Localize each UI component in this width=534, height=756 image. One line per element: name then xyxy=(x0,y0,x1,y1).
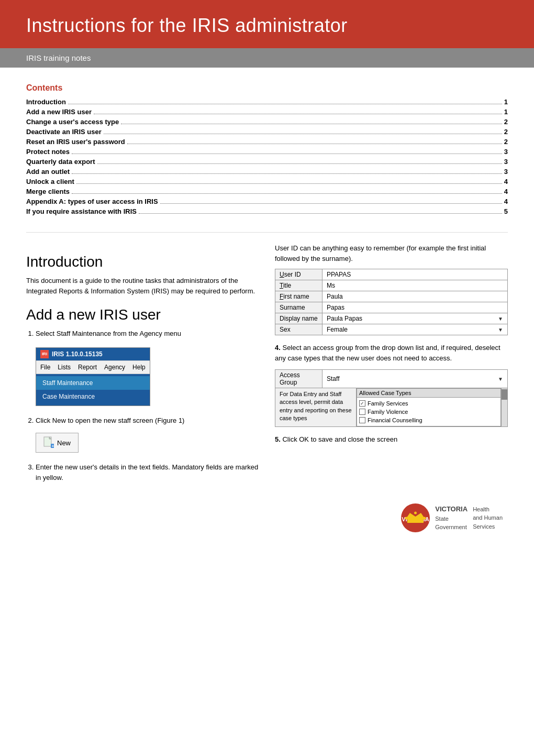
form-row-title: Title Ms xyxy=(275,280,508,291)
toc-item-introduction[interactable]: Introduction 1 xyxy=(26,97,508,107)
introduction-body: This document is a guide to the routine … xyxy=(26,276,259,296)
toc-label: Add a new IRIS user xyxy=(26,108,92,116)
access-group-dropdown-arrow[interactable]: ▼ xyxy=(498,376,503,382)
form-value-userid[interactable]: PPAPAS xyxy=(322,269,508,280)
dept-text: Healthand HumanServices xyxy=(473,505,503,531)
toc-label: Protect notes xyxy=(26,148,70,156)
toc-page: 4 xyxy=(504,188,508,195)
toc-item-change-access[interactable]: Change a user's access type 2 xyxy=(26,117,508,127)
access-group-value[interactable]: Staff ▼ xyxy=(322,370,507,388)
form-value-surname[interactable]: Papas xyxy=(322,302,508,313)
form-label-sex: Sex xyxy=(275,324,322,335)
toc-label: Appendix A: types of user access in IRIS xyxy=(26,198,158,205)
checkbox-family-violence[interactable] xyxy=(359,409,365,415)
toc-page: 1 xyxy=(504,108,508,116)
case-type-financial-counselling[interactable]: Financial Counselling xyxy=(359,416,498,424)
toc-item-unlock-client[interactable]: Unlock a client 4 xyxy=(26,177,508,187)
app-menubar: File Lists Report Agency Help xyxy=(36,360,150,374)
form-row-userid: User ID PPAPAS xyxy=(275,269,508,280)
iris-app-window: IRI IRIS 1.10.0.15135 File Lists Report … xyxy=(36,343,259,410)
step-2: Click New to open the new staff screen (… xyxy=(36,415,259,457)
two-column-layout: Introduction This document is a guide to… xyxy=(26,243,508,488)
toc-item-merge[interactable]: Merge clients 4 xyxy=(26,187,508,196)
form-row-displayname: Display name Paula Papas ▼ xyxy=(275,313,508,324)
divider xyxy=(26,232,508,233)
case-types-row: For Data Entry and Staff access level, p… xyxy=(275,388,507,426)
case-type-family-violence[interactable]: Family Violence xyxy=(359,408,498,416)
agency-dropdown: Staff Maintenance Case Maintenance xyxy=(36,374,150,406)
toc-item-add-outlet[interactable]: Add an outlet 3 xyxy=(26,167,508,177)
toc-page: 3 xyxy=(504,168,508,176)
menu-lists[interactable]: Lists xyxy=(58,363,71,372)
toc-label: Change a user's access type xyxy=(26,118,119,126)
main-content: Contents Introduction 1 Add a new IRIS u… xyxy=(0,68,534,548)
victoria-crown-icon: VICTORIA xyxy=(401,503,430,532)
toc-item-add-user[interactable]: Add a new IRIS user 1 xyxy=(26,107,508,117)
case-type-label-financial-counselling: Financial Counselling xyxy=(368,417,422,423)
toc-page: 2 xyxy=(504,138,508,146)
iris-app-icon: IRI xyxy=(40,350,49,358)
toc-item-assistance[interactable]: If you require assistance with IRIS 5 xyxy=(26,206,508,216)
app-title: IRIS 1.10.0.15135 xyxy=(52,349,103,359)
form-value-title[interactable]: Ms xyxy=(322,280,508,291)
toc-label: Introduction xyxy=(26,98,66,106)
sex-dropdown-arrow[interactable]: ▼ xyxy=(498,327,503,333)
toc-page: 3 xyxy=(504,148,508,156)
checkbox-financial-counselling[interactable] xyxy=(359,417,365,423)
form-label-userid: User ID xyxy=(275,269,322,280)
menu-report[interactable]: Report xyxy=(78,363,97,372)
access-group-label: Access Group xyxy=(275,370,322,388)
document-icon: + xyxy=(43,436,54,449)
step4-text: 4. Select an access group from the drop … xyxy=(275,343,508,363)
toc-item-reset-password[interactable]: Reset an IRIS user's password 2 xyxy=(26,137,508,147)
toc-item-quarterly[interactable]: Quarterly data export 3 xyxy=(26,157,508,167)
scrollbar[interactable] xyxy=(501,388,507,426)
checkbox-family-services[interactable]: ✓ xyxy=(359,400,365,407)
state-government-text: StateGovernment xyxy=(435,514,468,532)
steps-list: Select Staff Maintenance from the Agency… xyxy=(26,328,259,483)
scrollbar-thumb[interactable] xyxy=(502,389,507,400)
menu-case-maintenance[interactable]: Case Maintenance xyxy=(36,390,150,403)
case-type-label-family-services: Family Services xyxy=(368,400,408,407)
victoria-title: VICTORIA xyxy=(435,504,468,514)
svg-point-9 xyxy=(414,512,417,514)
vic-logo: VICTORIA VICTORIA StateGovernment Health… xyxy=(401,503,503,532)
toc-item-protect-notes[interactable]: Protect notes 3 xyxy=(26,147,508,157)
form-value-firstname[interactable]: Paula xyxy=(322,291,508,302)
left-column: Introduction This document is a guide to… xyxy=(26,243,259,488)
menu-agency[interactable]: Agency xyxy=(104,363,125,372)
new-button-container: + New xyxy=(36,429,259,457)
displayname-dropdown-arrow[interactable]: ▼ xyxy=(498,316,503,322)
page-title: Instructions for the IRIS administrator xyxy=(26,15,508,37)
app-window-frame: IRI IRIS 1.10.0.15135 File Lists Report … xyxy=(36,347,150,406)
new-button[interactable]: + New xyxy=(36,433,79,453)
toc-page: 2 xyxy=(504,128,508,136)
toc-page: 2 xyxy=(504,118,508,126)
toc-page: 3 xyxy=(504,158,508,166)
menu-file[interactable]: File xyxy=(40,363,50,372)
toc-item-appendix[interactable]: Appendix A: types of user access in IRIS… xyxy=(26,196,508,206)
add-user-heading: Add a new IRIS user xyxy=(26,306,259,323)
svg-text:+: + xyxy=(52,444,54,448)
case-type-label-family-violence: Family Violence xyxy=(368,409,408,415)
form-row-surname: Surname Papas xyxy=(275,302,508,313)
table-of-contents: Introduction 1 Add a new IRIS user 1 xyxy=(26,97,508,216)
toc-page: 5 xyxy=(504,207,508,215)
toc-label: Merge clients xyxy=(26,188,70,195)
toc-item-deactivate[interactable]: Deactivate an IRIS user 2 xyxy=(26,127,508,137)
menu-staff-maintenance[interactable]: Staff Maintenance xyxy=(36,376,150,390)
form-label-surname: Surname xyxy=(275,302,322,313)
toc-label: If you require assistance with IRIS xyxy=(26,207,137,215)
menu-help[interactable]: Help xyxy=(132,363,146,372)
case-type-family-services[interactable]: ✓ Family Services xyxy=(359,399,498,408)
form-value-displayname[interactable]: Paula Papas ▼ xyxy=(322,313,508,324)
user-id-note: User ID can be anything easy to remember… xyxy=(275,243,508,264)
form-label-displayname: Display name xyxy=(275,313,322,324)
vic-logo-text: VICTORIA StateGovernment xyxy=(435,504,468,532)
app-titlebar: IRI IRIS 1.10.0.15135 xyxy=(36,348,150,360)
form-value-sex[interactable]: Female ▼ xyxy=(322,324,508,335)
svg-point-10 xyxy=(424,517,426,520)
step5-text: 5. Click OK to save and close the screen xyxy=(275,434,508,445)
toc-label: Reset an IRIS user's password xyxy=(26,138,125,146)
introduction-heading: Introduction xyxy=(26,254,259,270)
